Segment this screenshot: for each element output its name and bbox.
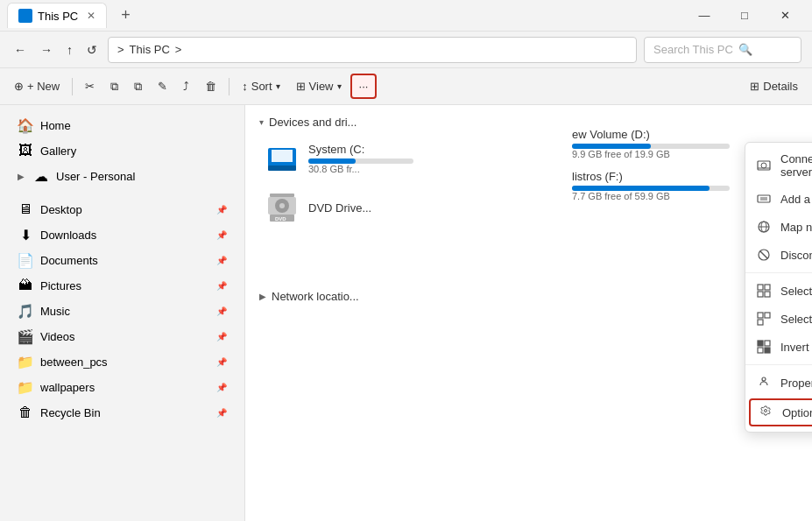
maximize-button[interactable]: □ [724,0,765,32]
rename-icon: ✎ [158,80,167,93]
pictures-icon: 🏔 [18,278,33,293]
pin-icon: 📌 [216,281,227,291]
sort-chevron-icon: ▾ [276,81,280,91]
sidebar-item-home[interactable]: 🏠 Home [4,113,241,137]
paste-button[interactable]: ⧉ [127,75,149,98]
menu-item-invert-selection[interactable]: Invert selection [745,333,812,361]
content-area: ▾ Devices and dri... System (C: 30 [245,105,812,521]
address-path[interactable]: > This PC > [108,37,637,63]
toolbar-separator-2 [229,78,229,95]
disconnect-drive-icon [756,247,772,263]
copy-button[interactable]: ⧉ [103,75,125,98]
menu-item-disconnect-drive[interactable]: Disconnect network drive [745,241,812,269]
menu-item-properties[interactable]: Properties [745,369,812,397]
delete-button[interactable]: 🗑 [198,75,223,97]
details-icon: ⊞ [750,80,759,93]
svg-line-19 [760,251,767,258]
pin-icon: 📌 [216,357,227,367]
select-none-icon [756,311,772,327]
add-network-icon [756,191,772,207]
sidebar-item-videos[interactable]: 🎬 Videos 📌 [4,324,241,349]
menu-item-label: Add a network location [780,193,812,206]
videos-icon: 🎬 [18,328,33,344]
sidebar-item-recycle-bin[interactable]: 🗑 Recycle Bin 📌 [4,400,241,425]
back-button[interactable]: ← [11,39,30,60]
svg-point-10 [761,163,766,168]
network-section-header[interactable]: ▶ Network locatio... [252,286,805,306]
pin-icon: 📌 [216,383,227,392]
sidebar: 🏠 Home 🖼 Gallery ▶ ☁ User - Personal 🖥 D… [0,105,245,521]
share-button[interactable]: ⤴ [176,75,196,97]
more-button[interactable]: ··· [350,74,378,99]
sidebar-item-desktop[interactable]: 🖥 Desktop 📌 [4,197,241,222]
menu-item-select-none[interactable]: Select none [745,305,812,333]
details-label: Details [763,80,798,93]
sidebar-item-documents[interactable]: 📄 Documents 📌 [4,248,241,272]
refresh-button[interactable]: ↺ [83,39,101,60]
delete-icon: 🗑 [205,80,216,93]
sidebar-item-label: Videos [40,330,209,343]
music-icon: 🎵 [18,303,33,319]
gallery-icon: 🖼 [18,143,33,158]
svg-rect-12 [758,195,770,202]
menu-separator [745,272,812,273]
menu-item-label: Connect to a media server [780,152,812,179]
sidebar-item-user-personal[interactable]: ▶ ☁ User - Personal [4,164,241,188]
minimize-button[interactable]: — [684,0,724,32]
more-label: ··· [359,80,369,93]
address-bar: ← → ↑ ↺ > This PC > Search This PC 🔍 [0,32,812,68]
svg-rect-28 [765,341,770,346]
path-text: This PC [130,43,170,56]
new-tab-button[interactable]: + [114,3,138,28]
sidebar-item-gallery[interactable]: 🖼 Gallery [4,138,241,163]
details-button[interactable]: ⊞ Details [743,75,805,97]
view-button[interactable]: ⊞ View ▾ [289,75,349,97]
svg-point-6 [279,203,285,208]
cut-icon: ✂ [85,80,95,93]
sidebar-item-label: Recycle Bin [40,406,209,419]
new-label: + New [27,80,60,93]
sidebar-item-downloads[interactable]: ⬇ Downloads 📌 [4,222,241,247]
new-button[interactable]: ⊕ + New [7,75,67,97]
menu-item-select-all[interactable]: Select all [745,277,812,305]
map-drive-icon [756,219,772,235]
path-arrow: > [175,43,182,56]
forward-button[interactable]: → [37,39,56,60]
menu-item-label: Invert selection [780,341,812,354]
new-icon: ⊕ [14,80,24,93]
menu-item-label: Properties [780,377,812,390]
menu-item-label: Select none [780,313,812,326]
rename-button[interactable]: ✎ [151,75,174,97]
cut-button[interactable]: ✂ [78,75,102,97]
sidebar-item-between-pcs[interactable]: 📁 between_pcs 📌 [4,349,241,374]
search-placeholder: Search This PC [653,43,733,56]
tab-close-button[interactable]: ✕ [87,10,95,22]
sidebar-item-music[interactable]: 🎵 Music 📌 [4,299,241,323]
copy-icon: ⧉ [110,80,118,94]
search-box[interactable]: Search This PC 🔍 [644,37,801,63]
svg-rect-21 [765,285,770,290]
sort-button[interactable]: ↕ Sort ▾ [235,75,286,97]
sort-icon: ↕ [242,80,248,93]
up-button[interactable]: ↑ [63,39,76,60]
network-section-title: Network locatio... [272,290,359,303]
view-label: View [309,80,334,93]
sidebar-item-wallpapers[interactable]: 📁 wallpapers 📌 [4,375,241,399]
toolbar: ⊕ + New ✂ ⧉ ⧉ ✎ ⤴ 🗑 ↕ Sort ▾ ⊞ View ▾ ··… [0,68,812,105]
menu-item-options[interactable]: Options [749,398,812,426]
dvd-drive-icon: DVD [265,190,300,225]
svg-rect-30 [765,348,770,353]
properties-icon [756,375,772,391]
folder-icon: 📁 [18,354,33,370]
downloads-icon: ⬇ [18,227,33,243]
menu-item-map-drive[interactable]: Map network drive [745,213,812,241]
sidebar-item-pictures[interactable]: 🏔 Pictures 📌 [4,273,241,298]
tab-this-pc[interactable]: This PC ✕ [7,3,107,28]
title-bar: This PC ✕ + — □ ✕ [0,0,812,32]
close-button[interactable]: ✕ [765,0,805,32]
sidebar-item-label: User - Personal [56,170,227,183]
documents-icon: 📄 [18,252,33,268]
menu-item-connect-media[interactable]: Connect to a media server [745,146,812,185]
sidebar-spacer [0,189,244,196]
menu-item-add-network[interactable]: Add a network location [745,185,812,213]
